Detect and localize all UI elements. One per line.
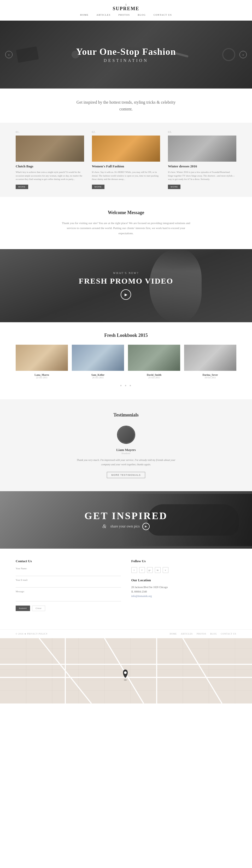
promo-content: WHAT'S NEW? FRESH PROMO VIDEO ▶: [79, 272, 174, 300]
lookbook-date: 25 Oct 2011: [128, 376, 180, 379]
hero-prev-button[interactable]: ‹: [5, 51, 12, 58]
article-number: 01.: [16, 130, 84, 133]
lookbook-person-name: Lana_Marro: [16, 373, 68, 376]
contact-section: Contact Us Your Name: Your E-mail: Messa…: [16, 559, 121, 611]
main-nav: HOMEARTICLESPHOTOSBLOGCONTACT US: [0, 11, 252, 18]
hero-subtitle: DESTINATION: [76, 58, 176, 63]
tagline-section: Get inspired by the hottest trends, styl…: [0, 89, 252, 123]
promo-title: FRESH PROMO VIDEO: [79, 277, 174, 285]
article-item: 03. Winter dresses 2016 It's here. Winte…: [168, 130, 236, 189]
nav-item-contact-us[interactable]: CONTACT US: [154, 13, 172, 16]
inspired-title: GET INSPIRED: [84, 510, 168, 522]
hero-next-button[interactable]: ›: [240, 51, 247, 58]
inspired-ampersand: &: [102, 523, 106, 529]
article-text: It's here. Winter 2016 is just a few epi…: [168, 170, 236, 181]
testimonial-avatar: [117, 426, 135, 444]
welcome-section: Welcome Message Thank you for visiting o…: [0, 197, 252, 249]
social-icon-t[interactable]: t: [131, 567, 137, 573]
article-title: Winter dresses 2016: [168, 164, 236, 168]
welcome-title: Welcome Message: [5, 210, 247, 215]
promo-label: WHAT'S NEW?: [79, 272, 174, 274]
footer-grid: Contact Us Your Name: Your E-mail: Messa…: [16, 559, 236, 611]
social-icons: tfg+inv: [131, 567, 237, 573]
clear-button[interactable]: Clear: [32, 606, 45, 611]
welcome-text: Thank you for visiting our site! You are…: [61, 221, 191, 236]
footer-nav-articles[interactable]: ARTICLES: [181, 633, 193, 635]
email-field: Your E-mail:: [16, 579, 121, 588]
testimonial-role: Student: [5, 452, 247, 455]
inspired-subtitle: & share your own pics ▶: [84, 523, 168, 530]
message-field: Message:: [16, 590, 121, 602]
article-title: Clutch Bags: [16, 164, 84, 168]
lookbook-person-name: David_Smith: [128, 373, 180, 376]
article-number: 03.: [168, 130, 236, 133]
articles-grid: 01. Clutch Bags What's key to achieve th…: [16, 130, 236, 189]
name-field: Your Name:: [16, 567, 121, 576]
map-background: [0, 638, 252, 704]
promo-play-button[interactable]: ▶: [121, 289, 131, 300]
message-textarea[interactable]: [16, 594, 121, 601]
lookbook-date: 18 Oct 2011: [184, 376, 236, 379]
hero-title: Your One-Stop Fashion: [76, 46, 176, 57]
inspired-content: GET INSPIRED & share your own pics ▶: [84, 510, 168, 530]
lookbook-item: Darina_Sever 18 Oct 2011: [184, 345, 236, 379]
follow-location-section: Follow Us tfg+inv Our Location 28 Jackso…: [131, 559, 237, 611]
read-more-button[interactable]: More: [168, 185, 181, 189]
footer-nav-contact-us[interactable]: CONTACT US: [221, 633, 236, 635]
inspired-section: GET INSPIRED & share your own pics ▶: [0, 491, 252, 549]
hero-content: Your One-Stop Fashion DESTINATION: [76, 46, 176, 63]
article-item: 01. Clutch Bags What's key to achieve th…: [16, 130, 84, 189]
lookbook-item: David_Smith 25 Oct 2011: [128, 345, 180, 379]
articles-section: 01. Clutch Bags What's key to achieve th…: [0, 123, 252, 197]
contact-title: Contact Us: [16, 559, 121, 563]
submit-button[interactable]: Submit: [16, 606, 30, 611]
article-text: What's key to achieve that extra a might…: [16, 170, 84, 181]
email-label: Your E-mail:: [16, 579, 121, 581]
site-title: Supreme: [0, 6, 252, 11]
article-image-3: [168, 135, 236, 162]
message-label: Message:: [16, 590, 121, 593]
lookbook-image-2: [72, 345, 124, 371]
name-input[interactable]: [16, 571, 121, 576]
location-email: info@domainik.org: [131, 594, 237, 598]
map-section: [0, 638, 252, 704]
testimonial-name: Liam Mayers: [5, 448, 247, 452]
name-label: Your Name:: [16, 567, 121, 570]
footer-nav-photos[interactable]: PHOTOS: [197, 633, 206, 635]
svg-point-23: [124, 671, 127, 674]
footer-nav: HOMEARTICLESPHOTOSBLOGCONTACT US: [170, 633, 236, 635]
social-icon-gplus[interactable]: g+: [147, 567, 153, 573]
social-icon-f[interactable]: f: [139, 567, 145, 573]
more-testimonials-button[interactable]: More Testimonials: [107, 472, 145, 478]
lookbook-image-3: [128, 345, 180, 371]
footer-nav-blog[interactable]: BLOG: [210, 633, 217, 635]
article-image-1: [16, 135, 84, 162]
email-input[interactable]: [16, 583, 121, 588]
promo-title-bold: FRESH: [79, 277, 107, 285]
lookbook-item: Lana_Marro 22 Oct 2011: [16, 345, 68, 379]
svg-point-22: [124, 679, 127, 681]
social-icon-in[interactable]: in: [155, 567, 161, 573]
article-title: Women's Fall Fashion: [92, 164, 160, 168]
lookbook-pagination[interactable]: • • •: [16, 383, 236, 389]
social-icon-v[interactable]: v: [163, 567, 168, 573]
article-item: 02. Women's Fall Fashion It's here. Say …: [92, 130, 160, 189]
address-line2: IL 60604-2340: [131, 589, 237, 594]
footer-nav-home[interactable]: HOME: [170, 633, 177, 635]
lookbook-person-name: Darina_Sever: [184, 373, 236, 376]
nav-item-photos[interactable]: PHOTOS: [119, 13, 130, 16]
nav-item-blog[interactable]: BLOG: [137, 13, 146, 16]
hero-section: ‹ Your One-Stop Fashion DESTINATION ›: [0, 21, 252, 89]
lookbook-date: 26 Oct 2011: [72, 376, 124, 379]
read-more-button[interactable]: More: [92, 185, 104, 189]
read-more-button[interactable]: More: [16, 185, 28, 189]
lookbook-date: 22 Oct 2011: [16, 376, 68, 379]
nav-item-home[interactable]: HOME: [80, 13, 89, 16]
tagline-text: Get inspired by the hottest trends, styl…: [74, 99, 178, 112]
article-number: 02.: [92, 130, 160, 133]
inspired-play-button[interactable]: ▶: [142, 523, 150, 530]
lookbook-item: Sam_Keller 26 Oct 2011: [72, 345, 124, 379]
form-buttons: Submit Clear: [16, 606, 121, 611]
article-image-2: [92, 135, 160, 162]
nav-item-articles[interactable]: ARTICLES: [96, 13, 111, 16]
